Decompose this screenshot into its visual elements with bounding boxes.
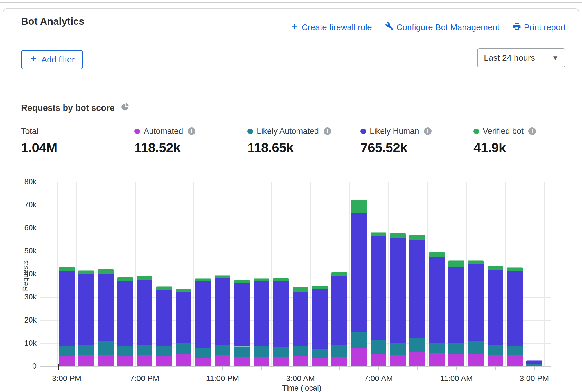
- bar-segment-automated: [215, 355, 230, 366]
- info-icon[interactable]: i: [324, 127, 331, 135]
- bar-segment-likely-human: [254, 281, 269, 346]
- bar-segment-automated: [429, 353, 445, 366]
- gridline-v: [271, 182, 272, 366]
- bar-segment-verified-bot: [293, 287, 308, 292]
- chart-bar[interactable]: [59, 267, 75, 366]
- bar-segment-likely-human: [331, 275, 347, 345]
- info-icon[interactable]: i: [528, 127, 536, 135]
- stat-divider: [238, 127, 238, 162]
- y-tick-label: 80k: [8, 177, 37, 186]
- axis-origin-tick: [58, 364, 59, 370]
- time-range-dropdown[interactable]: Last 24 hours ▼: [477, 48, 565, 67]
- chart-bar[interactable]: [429, 252, 445, 366]
- bar-segment-likely-automated: [59, 345, 75, 356]
- bar-segment-verified-bot: [409, 235, 425, 240]
- gridline-h: [40, 182, 551, 182]
- configure-bot-management-link[interactable]: Configure Bot Management: [385, 22, 500, 33]
- chart-bar[interactable]: [409, 235, 425, 366]
- bar-segment-likely-human: [273, 281, 289, 347]
- bar-segment-automated: [526, 366, 542, 366]
- bar-segment-likely-human: [59, 270, 75, 346]
- chart-bar[interactable]: [176, 289, 191, 366]
- chart-bar[interactable]: [468, 261, 484, 366]
- axis-minor-tick: [495, 367, 496, 370]
- x-tick-label: 3:00 PM: [512, 374, 557, 383]
- bar-segment-likely-automated: [234, 346, 250, 357]
- chart-bar[interactable]: [117, 277, 133, 366]
- gridline-v: [310, 182, 311, 366]
- chart-bar[interactable]: [526, 361, 542, 366]
- chart-bar[interactable]: [488, 266, 503, 366]
- chart-bar[interactable]: [273, 278, 289, 366]
- bar-segment-likely-automated: [195, 348, 211, 358]
- chart-bar[interactable]: [195, 279, 211, 366]
- gridline-v: [135, 182, 136, 366]
- bar-segment-verified-bot: [468, 260, 484, 264]
- bar-segment-likely-human: [78, 274, 94, 345]
- gridline-v: [408, 182, 408, 366]
- axis-minor-tick: [378, 367, 379, 370]
- chart-bar[interactable]: [293, 287, 308, 366]
- section-divider: [3, 81, 578, 81]
- chart-bar[interactable]: [234, 280, 250, 366]
- y-tick-label: 0: [8, 362, 37, 371]
- requests-bar-chart: [40, 182, 551, 367]
- bar-segment-verified-bot: [215, 275, 230, 278]
- gridline-v: [525, 182, 525, 366]
- bar-segment-likely-human: [371, 236, 386, 340]
- gridline-v: [155, 182, 155, 366]
- bar-segment-likely-human: [156, 290, 172, 346]
- y-tick-label: 40k: [8, 270, 37, 278]
- chart-bar[interactable]: [371, 233, 386, 366]
- bar-segment-verified-bot: [351, 200, 367, 213]
- bar-segment-likely-human: [488, 269, 503, 346]
- bar-segment-automated: [409, 352, 425, 366]
- chart-bar[interactable]: [507, 268, 523, 366]
- bar-segment-likely-automated: [409, 338, 425, 352]
- gridline-v: [233, 182, 233, 366]
- bar-segment-verified-bot: [429, 252, 445, 257]
- chart-bar[interactable]: [78, 271, 94, 366]
- info-icon[interactable]: i: [188, 127, 195, 135]
- gridline-v: [252, 182, 252, 366]
- time-range-value: Last 24 hours: [484, 53, 535, 63]
- chart-bar[interactable]: [156, 287, 172, 366]
- bar-segment-verified-bot: [78, 270, 94, 274]
- gridline-v: [116, 182, 116, 366]
- bar-segment-likely-automated: [293, 346, 308, 357]
- chart-bar[interactable]: [351, 200, 367, 366]
- chart-bar[interactable]: [254, 279, 269, 366]
- chart-bar[interactable]: [215, 276, 230, 366]
- bar-segment-automated: [507, 355, 523, 366]
- bar-segment-likely-automated: [176, 343, 191, 354]
- axis-minor-tick: [417, 367, 418, 370]
- gridline-v: [174, 182, 175, 366]
- chart-bar[interactable]: [390, 233, 406, 366]
- bar-segment-verified-bot: [507, 267, 523, 271]
- chart-bar[interactable]: [312, 286, 328, 366]
- bar-segment-verified-bot: [312, 286, 328, 289]
- chart-bar[interactable]: [331, 272, 347, 366]
- chart-bar[interactable]: [98, 269, 114, 366]
- print-report-link[interactable]: Print report: [513, 22, 566, 33]
- chart-bar[interactable]: [137, 276, 152, 366]
- axis-minor-tick: [301, 367, 301, 370]
- chart-bar[interactable]: [448, 261, 464, 366]
- section-title-text: Requests by bot score: [21, 103, 114, 113]
- bar-segment-verified-bot: [234, 280, 250, 283]
- y-tick-label: 30k: [8, 293, 37, 301]
- chevron-down-icon: ▼: [552, 54, 559, 62]
- create-firewall-rule-link[interactable]: Create firewall rule: [290, 22, 372, 33]
- gridline-v: [447, 182, 447, 366]
- wrench-icon: [385, 22, 394, 33]
- bar-segment-likely-automated: [331, 345, 347, 357]
- bar-segment-likely-automated: [312, 349, 328, 358]
- y-tick-label: 20k: [8, 316, 37, 325]
- bar-segment-verified-bot: [195, 278, 211, 281]
- bar-segment-automated: [254, 357, 269, 366]
- axis-minor-tick: [184, 367, 184, 370]
- info-icon[interactable]: i: [424, 127, 432, 135]
- add-filter-button[interactable]: Add filter: [21, 50, 83, 69]
- x-tick-label: 7:00 PM: [122, 374, 167, 383]
- gridline-v: [349, 182, 350, 366]
